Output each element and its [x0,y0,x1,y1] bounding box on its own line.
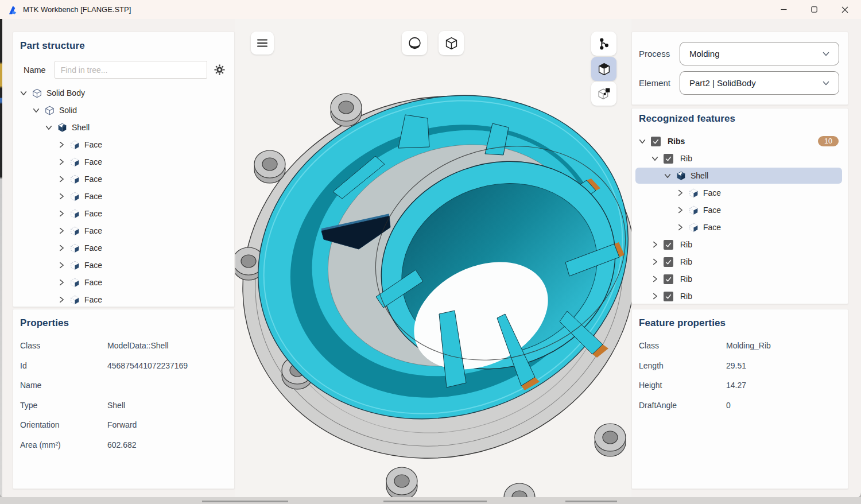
feature-item-rib[interactable]: Rib [632,150,848,167]
chevron-down-icon[interactable] [19,88,28,98]
feature-item-face[interactable]: Face [632,184,848,201]
chevron-right-icon[interactable] [57,278,66,287]
tree-search-input[interactable] [55,61,207,79]
chevron-right-icon[interactable] [57,140,66,149]
property-row-draftangle: DraftAngle0 [632,396,848,416]
part-structure-item-face[interactable]: Face [13,170,234,188]
titlebar: MTK Workbench [FLANGE.STP] [0,0,861,19]
chevron-right-icon[interactable] [57,243,66,253]
chevron-down-icon[interactable] [650,154,660,163]
menu-button[interactable] [251,32,274,55]
feature-item-face[interactable]: Face [632,201,848,219]
part-structure-item-face[interactable]: Face [13,222,234,239]
feature-item-shell[interactable]: Shell [632,167,848,184]
model-flange [235,19,631,497]
process-label: Process [639,49,680,59]
feature-item-rib[interactable]: Rib [632,236,848,253]
cube-face-icon [70,261,80,270]
desktop-edge-artifact [0,19,2,497]
part-structure-item-solid-body[interactable]: Solid Body [13,84,234,102]
cube-solid-icon [57,123,67,133]
wireframe-view-button[interactable] [439,31,464,55]
maximize-button[interactable] [799,0,829,19]
3d-viewport[interactable] [235,19,631,497]
property-row-length: Length29.51 [632,356,848,376]
chevron-right-icon[interactable] [57,175,66,184]
chevron-right-icon[interactable] [57,209,66,218]
cube-face-icon [70,192,80,201]
chevron-right-icon[interactable] [676,223,685,232]
feature-item-rib[interactable]: Rib [632,253,848,270]
part-structure-item-face[interactable]: Face [13,136,234,153]
feature-item-ribs[interactable]: Ribs10 [632,133,848,150]
property-value: Shell [107,401,227,410]
properties-title: Properties [13,309,234,329]
chevron-right-icon[interactable] [650,240,660,249]
part-structure-item-shell[interactable]: Shell [13,119,234,136]
tree-item-label: Rib [680,154,692,163]
element-label: Element [639,78,680,88]
property-row-height: Height14.27 [632,375,848,396]
property-label: Class [20,341,107,350]
checkbox-checked[interactable] [664,274,673,284]
part-structure-item-face[interactable]: Face [13,205,234,222]
part-structure-item-face[interactable]: Face [13,291,234,307]
chevron-down-icon[interactable] [663,171,672,180]
part-structure-item-face[interactable]: Face [13,188,234,205]
tree-item-label: Face [703,206,721,215]
chevron-down-icon[interactable] [32,106,41,115]
close-button[interactable] [829,0,860,19]
checkbox-checked[interactable] [664,257,673,267]
chevron-down-icon[interactable] [638,137,647,146]
chevron-right-icon[interactable] [676,188,685,197]
tree-item-label: Face [84,192,102,201]
chevron-right-icon[interactable] [650,257,660,266]
chevron-right-icon[interactable] [650,292,660,301]
part-structure-item-face[interactable]: Face [13,274,234,291]
chevron-right-icon[interactable] [57,295,66,304]
shaded-view-button[interactable] [402,31,427,55]
property-value: 0 [726,401,841,410]
checkbox-checked[interactable] [651,137,661,146]
part-structure-item-face[interactable]: Face [13,239,234,257]
feature-item-rib[interactable]: Rib [632,270,848,288]
cube-outline-icon [45,106,55,115]
tree-item-label: Rib [680,292,692,301]
gear-icon[interactable] [211,62,227,78]
tree-item-label: Face [84,209,102,218]
feature-item-face[interactable]: Face [632,219,848,236]
vertex-selection-button[interactable] [591,82,616,106]
chevron-right-icon[interactable] [650,274,660,284]
structure-tree-button[interactable] [591,32,616,56]
tree-item-label: Face [84,226,102,235]
chevron-right-icon[interactable] [57,192,66,201]
property-label: Orientation [20,420,107,429]
chevron-right-icon[interactable] [676,206,685,215]
minimize-button[interactable] [769,0,799,19]
chevron-down-icon[interactable] [44,123,53,132]
process-select[interactable]: Molding [680,42,839,65]
feature-item-rib[interactable]: Rib [632,288,848,304]
chevron-right-icon[interactable] [57,226,66,235]
cube-face-icon [689,223,699,232]
part-structure-item-face[interactable]: Face [13,153,234,170]
checkbox-checked[interactable] [664,292,673,301]
taskbar-sliver [0,497,861,504]
window-controls [769,0,860,19]
part-structure-tree: Solid BodySolidShellFaceFaceFaceFaceFace… [13,84,234,307]
property-label: Name [20,381,107,390]
chevron-right-icon[interactable] [57,261,66,270]
tree-item-label: Face [703,223,721,232]
chevron-down-icon [821,49,831,59]
chevron-right-icon[interactable] [57,157,66,166]
checkbox-checked[interactable] [664,240,673,250]
property-label: Type [20,401,107,410]
property-value: 29.51 [726,361,841,370]
checkbox-checked[interactable] [664,154,673,164]
part-structure-item-face[interactable]: Face [13,257,234,274]
element-select[interactable]: Part2 | SolidBody [680,71,839,95]
properties-panel: Properties ClassModelData::ShellId456875… [13,309,235,489]
face-selection-button[interactable] [591,57,616,81]
feature-properties-panel: Feature properties ClassMolding_RibLengt… [631,309,848,489]
part-structure-item-solid[interactable]: Solid [13,102,234,119]
